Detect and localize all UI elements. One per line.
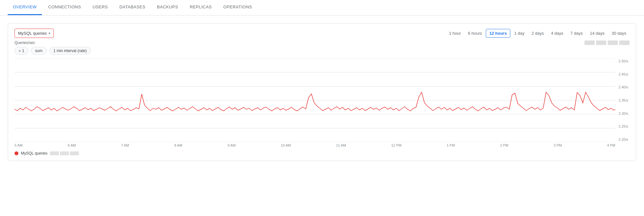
y-label-4: 2.35/s — [617, 98, 630, 102]
legend-bar-4 — [619, 40, 630, 45]
tab-databases[interactable]: DATABASES — [114, 0, 151, 15]
chart-label-row: Queries/sec — [14, 40, 630, 45]
x-label-5am: 5 AM — [14, 143, 23, 147]
x-label-10am: 10 AM — [281, 143, 291, 147]
time-btn-12hours[interactable]: 12 hours — [486, 29, 510, 38]
tab-users[interactable]: USERS — [87, 0, 113, 15]
legend-placeholder — [584, 40, 630, 45]
tab-backups[interactable]: BACKUPS — [152, 0, 183, 15]
time-btn-1hour[interactable]: 1 hour — [446, 29, 464, 38]
filter-count-label: 1 — [22, 49, 24, 53]
time-btn-7days[interactable]: 7 days — [567, 29, 586, 38]
time-btn-14days[interactable]: 14 days — [587, 29, 608, 38]
dropdown-arrow-icon: ▾ — [49, 32, 50, 35]
legend-text-bar-2 — [60, 151, 69, 155]
y-axis-labels: 2.50/s 2.45/s 2.40/s 2.35/s 2.30/s 2.25/… — [615, 59, 630, 142]
y-label-2: 2.45/s — [617, 72, 630, 76]
x-label-9am: 9 AM — [227, 143, 235, 147]
tab-operations[interactable]: OPERATIONS — [218, 0, 257, 15]
metric-dropdown-label: MySQL queries — [18, 31, 47, 36]
y-label-7: 2.20/s — [617, 138, 630, 141]
legend-label: MySQL queries — [21, 151, 47, 156]
x-label-4pm: 4 PM — [607, 143, 615, 147]
chart-card: MySQL queries ▾ 1 hour 6 hours 12 hours … — [8, 23, 636, 161]
legend-text-bar-1 — [50, 151, 59, 155]
tab-replicas[interactable]: REPLICAS — [185, 0, 217, 15]
x-label-12pm: 12 PM — [391, 143, 401, 147]
x-label-8am: 8 AM — [174, 143, 182, 147]
nav-tabs: OVERVIEW CONNECTIONS USERS DATABASES BAC… — [0, 0, 644, 15]
chart-wrapper: 2.50/s 2.45/s 2.40/s 2.35/s 2.30/s 2.25/… — [14, 59, 630, 142]
main-content: MySQL queries ▾ 1 hour 6 hours 12 hours … — [0, 15, 644, 166]
tab-overview[interactable]: OVERVIEW — [8, 0, 42, 15]
y-axis-label: Queries/sec — [14, 40, 35, 45]
time-btn-1day[interactable]: 1 day — [511, 29, 528, 38]
x-label-6am: 6 AM — [68, 143, 76, 147]
chart-area — [14, 59, 615, 142]
time-range-group: 1 hour 6 hours 12 hours 1 day 2 days 4 d… — [446, 29, 630, 38]
y-label-6: 2.25/s — [617, 124, 630, 128]
legend-text-bar-3 — [70, 151, 79, 155]
x-label-2pm: 2 PM — [500, 143, 508, 147]
x-label-11am: 11 AM — [336, 143, 346, 147]
chart-svg — [14, 59, 615, 142]
filter-pill-interval[interactable]: 1 min interval (rate) — [49, 47, 91, 55]
filter-icon: ≡ — [19, 49, 21, 53]
tab-connections[interactable]: CONNECTIONS — [43, 0, 86, 15]
x-axis-labels: 5 AM 6 AM 7 AM 8 AM 9 AM 10 AM 11 AM 12 … — [14, 142, 615, 147]
chart-line — [14, 92, 615, 111]
x-label-7am: 7 AM — [121, 143, 129, 147]
filter-pill-sum[interactable]: sum — [31, 47, 47, 55]
legend-bar-3 — [608, 40, 618, 45]
legend-bar-2 — [596, 40, 606, 45]
x-label-3pm: 3 PM — [553, 143, 562, 147]
time-btn-2days[interactable]: 2 days — [528, 29, 547, 38]
filter-row: ≡ 1 sum 1 min interval (rate) — [14, 47, 630, 55]
time-btn-30days[interactable]: 30 days — [608, 29, 630, 38]
y-label-5: 2.30/s — [617, 112, 630, 115]
time-btn-4days[interactable]: 4 days — [548, 29, 566, 38]
time-btn-6hours[interactable]: 6 hours — [465, 29, 485, 38]
y-label-1: 2.50/s — [617, 59, 630, 63]
chart-header: MySQL queries ▾ 1 hour 6 hours 12 hours … — [14, 29, 630, 38]
y-label-3: 2.40/s — [617, 85, 630, 89]
legend-value-placeholder — [50, 151, 79, 155]
chart-legend: MySQL queries — [14, 151, 630, 156]
metric-dropdown[interactable]: MySQL queries ▾ — [14, 29, 54, 38]
filter-pill-count[interactable]: ≡ 1 — [14, 47, 28, 55]
x-label-1pm: 1 PM — [447, 143, 455, 147]
legend-bar-1 — [584, 40, 595, 45]
filter-sum-label: sum — [35, 49, 43, 53]
legend-color-dot — [14, 151, 18, 155]
filter-interval-label: 1 min interval (rate) — [53, 49, 87, 53]
